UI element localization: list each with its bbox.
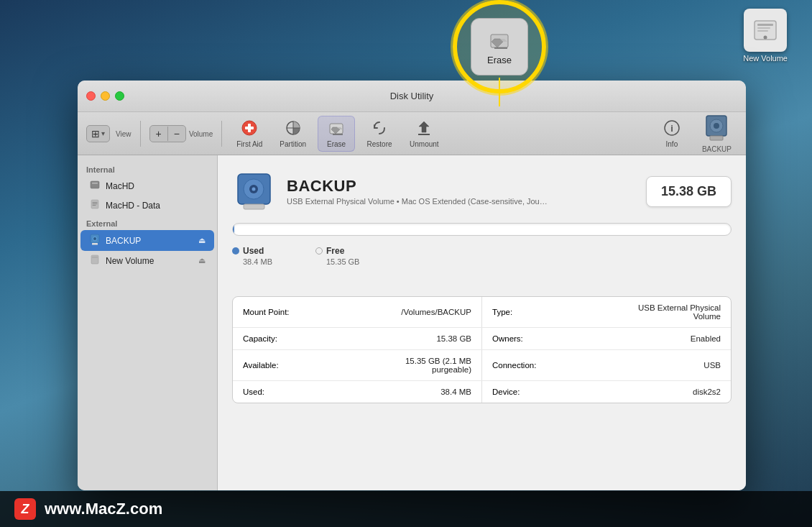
minimize-button[interactable] xyxy=(101,91,110,101)
add-volume-button[interactable]: + xyxy=(150,126,167,142)
available-label-cell: Available: xyxy=(233,350,357,380)
available-label: Available: xyxy=(243,361,279,370)
svg-rect-1 xyxy=(757,24,773,26)
view-control[interactable]: ⊞ ▾ xyxy=(86,125,110,142)
machd-data-label: MacHD - Data xyxy=(106,201,206,211)
svg-rect-26 xyxy=(93,203,98,204)
main-content: BACKUP USB External Physical Volume • Ma… xyxy=(218,155,746,490)
used-detail-label: Used: xyxy=(243,388,264,396)
restore-icon xyxy=(371,119,388,139)
details-row-mount: Mount Point: /Volumes/BACKUP Type: USB E… xyxy=(233,297,731,328)
disk-usage-fill xyxy=(233,224,234,235)
device-value-cell: disk2s2 xyxy=(606,381,731,403)
used-detail-value-cell: 38.4 MB xyxy=(357,381,481,403)
machd-label: MacHD xyxy=(106,181,206,191)
svg-text:i: i xyxy=(670,123,673,134)
volume-add-remove[interactable]: + − xyxy=(149,125,186,142)
sidebar-item-machd-data[interactable]: MacHD - Data xyxy=(80,196,214,215)
sidebar-item-new-volume[interactable]: New Volume ⏏ xyxy=(80,251,214,270)
svg-rect-25 xyxy=(93,202,98,203)
backup-label: BACKUP xyxy=(106,236,193,246)
backup-toolbar-label: BACKUP xyxy=(702,145,732,153)
backup-eject-icon[interactable]: ⏏ xyxy=(198,236,206,245)
disk-usage-bar xyxy=(232,223,732,236)
svg-rect-31 xyxy=(92,243,98,245)
svg-point-4 xyxy=(764,36,767,40)
restore-button[interactable]: Restore xyxy=(361,116,398,151)
desktop-icon-label: New Volume xyxy=(743,54,788,63)
device-label: Device: xyxy=(492,388,520,396)
svg-rect-27 xyxy=(93,205,96,206)
svg-rect-22 xyxy=(91,181,99,188)
details-row-available: Available: 15.35 GB (2.1 MB purgeable) C… xyxy=(233,350,731,381)
free-value: 15.35 GB xyxy=(315,257,359,266)
disk-icon-large xyxy=(232,170,275,213)
type-label-cell: Type: xyxy=(482,297,606,327)
close-button[interactable] xyxy=(86,91,96,101)
available-value: 15.35 GB (2.1 MB purgeable) xyxy=(367,357,471,374)
used-label: Used xyxy=(243,246,264,256)
partition-icon xyxy=(285,119,302,139)
erase-button-highlighted: Erase xyxy=(471,18,528,75)
partition-button[interactable]: Partition xyxy=(274,116,312,151)
first-aid-icon xyxy=(241,119,258,139)
titlebar: Disk Utility xyxy=(78,81,746,112)
svg-rect-34 xyxy=(92,259,96,260)
machd-data-icon xyxy=(89,199,101,211)
backup-sidebar-icon xyxy=(89,234,101,247)
new-volume-eject-icon[interactable]: ⏏ xyxy=(198,256,206,265)
desktop-icon-area: New Volume xyxy=(740,6,790,65)
watermark-url: www.MacZ.com xyxy=(45,500,162,518)
first-aid-button[interactable]: First Aid xyxy=(231,116,268,151)
svg-rect-2 xyxy=(757,27,770,29)
backup-disk-icon xyxy=(704,114,729,145)
svg-rect-3 xyxy=(757,30,768,32)
owners-label-cell: Owners: xyxy=(482,328,606,349)
capacity-label: Capacity: xyxy=(243,334,277,343)
toolbar-separator-1 xyxy=(140,121,141,147)
free-label: Free xyxy=(326,246,344,256)
disk-header: BACKUP USB External Physical Volume • Ma… xyxy=(232,170,732,213)
info-icon: i xyxy=(663,119,680,139)
disk-info: BACKUP USB External Physical Volume • Ma… xyxy=(287,177,635,206)
info-label: Info xyxy=(666,140,678,148)
first-aid-label: First Aid xyxy=(236,140,262,148)
backup-toolbar-icon: BACKUP xyxy=(696,111,737,156)
view-icon: ⊞ xyxy=(91,128,100,139)
maximize-button[interactable] xyxy=(115,91,124,101)
erase-label: Erase xyxy=(327,140,346,148)
available-value-cell: 15.35 GB (2.1 MB purgeable) xyxy=(357,350,481,380)
type-value-cell: USB External Physical Volume xyxy=(606,297,731,327)
view-arrow-icon: ▾ xyxy=(101,129,105,137)
free-dot xyxy=(315,247,323,255)
window-title: Disk Utility xyxy=(390,91,434,101)
mount-point-value: /Volumes/BACKUP xyxy=(401,308,471,316)
traffic-lights xyxy=(86,91,124,101)
usage-stats: Used 38.4 MB Free 15.35 GB xyxy=(232,246,732,266)
owners-value: Enabled xyxy=(691,334,721,343)
free-stat: Free 15.35 GB xyxy=(315,246,359,266)
info-button[interactable]: i Info xyxy=(653,116,691,151)
svg-rect-32 xyxy=(91,255,98,264)
volume-label: Volume xyxy=(189,130,213,138)
erase-circle: Erase xyxy=(453,0,546,93)
machd-icon xyxy=(89,180,101,192)
connection-value: USB xyxy=(703,361,721,370)
unmount-button[interactable]: Unmount xyxy=(404,116,445,151)
erase-button[interactable]: Erase xyxy=(318,116,355,152)
erase-circle-label: Erase xyxy=(487,55,512,65)
svg-point-30 xyxy=(93,237,96,240)
watermark-z-badge: Z xyxy=(14,498,36,520)
toolbar: ⊞ ▾ View + − Volume xyxy=(78,112,746,155)
used-detail-label-cell: Used: xyxy=(233,381,357,403)
remove-volume-button[interactable]: − xyxy=(168,126,185,142)
sidebar: Internal MacHD xyxy=(78,155,218,490)
disk-size-badge: 15.38 GB xyxy=(646,176,732,207)
desktop-new-volume-icon[interactable]: New Volume xyxy=(740,6,790,65)
owners-label: Owners: xyxy=(492,334,523,343)
sidebar-item-backup[interactable]: BACKUP ⏏ xyxy=(80,230,214,251)
used-detail-value: 38.4 MB xyxy=(440,388,471,396)
connection-label: Connection: xyxy=(492,361,536,370)
sidebar-item-machd[interactable]: MacHD xyxy=(80,176,214,196)
svg-rect-39 xyxy=(244,204,264,209)
